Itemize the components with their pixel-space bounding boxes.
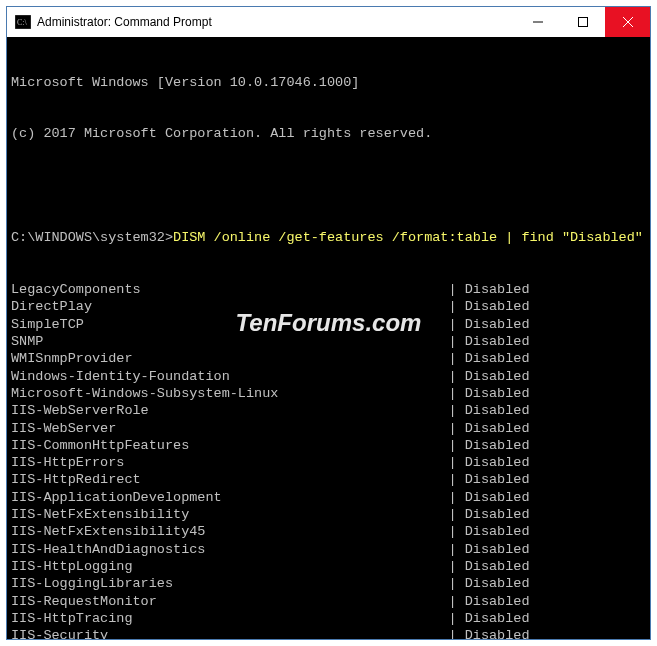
close-button[interactable] [605,7,650,37]
table-row: IIS-HttpErrors | Disabled [11,454,646,471]
prompt-path: C:\WINDOWS\system32> [11,230,173,245]
table-row: IIS-HttpTracing | Disabled [11,610,646,627]
table-row: WMISnmpProvider | Disabled [11,350,646,367]
table-row: Microsoft-Windows-Subsystem-Linux | Disa… [11,385,646,402]
table-row: IIS-ApplicationDevelopment | Disabled [11,489,646,506]
command-prompt-window: C:\ Administrator: Command Prompt Micros… [6,6,651,640]
window-controls [515,7,650,37]
header-line-2: (c) 2017 Microsoft Corporation. All righ… [11,125,646,142]
table-row: IIS-WebServer | Disabled [11,420,646,437]
table-row: IIS-HealthAndDiagnostics | Disabled [11,541,646,558]
console-output[interactable]: Microsoft Windows [Version 10.0.17046.10… [7,37,650,639]
table-row: IIS-HttpLogging | Disabled [11,558,646,575]
cmd-icon: C:\ [15,15,31,29]
table-row: IIS-HttpRedirect | Disabled [11,471,646,488]
table-row: LegacyComponents | Disabled [11,281,646,298]
table-row: DirectPlay | Disabled [11,298,646,315]
table-row: IIS-NetFxExtensibility45 | Disabled [11,523,646,540]
minimize-button[interactable] [515,7,560,37]
maximize-button[interactable] [560,7,605,37]
svg-rect-3 [578,18,587,27]
table-row: IIS-LoggingLibraries | Disabled [11,575,646,592]
table-row: SimpleTCP | Disabled [11,316,646,333]
window-title: Administrator: Command Prompt [37,15,515,29]
table-row: IIS-CommonHttpFeatures | Disabled [11,437,646,454]
header-line-1: Microsoft Windows [Version 10.0.17046.10… [11,74,646,91]
titlebar[interactable]: C:\ Administrator: Command Prompt [7,7,650,37]
table-row: IIS-WebServerRole | Disabled [11,402,646,419]
table-row: IIS-RequestMonitor | Disabled [11,593,646,610]
table-row: IIS-NetFxExtensibility | Disabled [11,506,646,523]
table-row: Windows-Identity-Foundation | Disabled [11,368,646,385]
blank-line [11,177,646,194]
table-row: IIS-Security | Disabled [11,627,646,639]
feature-table: LegacyComponents | DisabledDirectPlay | … [11,281,646,639]
svg-text:C:\: C:\ [17,18,28,27]
command-text: DISM /online /get-features /format:table… [173,230,643,245]
prompt-line: C:\WINDOWS\system32>DISM /online /get-fe… [11,229,646,246]
table-row: SNMP | Disabled [11,333,646,350]
